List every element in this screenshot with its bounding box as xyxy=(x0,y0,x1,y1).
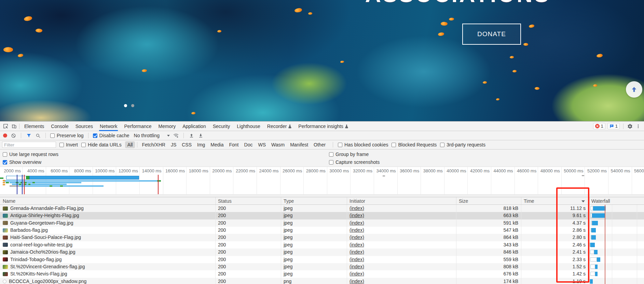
invert-checkbox[interactable]: Invert xyxy=(59,142,78,147)
inspect-element-icon[interactable] xyxy=(1,122,10,130)
table-row[interactable]: Jamaica-Ocho%20rios-flag.jpg200jpeg(inde… xyxy=(0,248,644,256)
divider xyxy=(45,133,46,138)
tab-label: Console xyxy=(51,124,68,129)
device-toolbar-icon[interactable] xyxy=(10,122,18,130)
tab-console[interactable]: Console xyxy=(47,122,72,131)
initiator-link[interactable]: (index) xyxy=(350,227,364,234)
tab-application[interactable]: Application xyxy=(179,122,209,131)
more-options-kebab-icon[interactable] xyxy=(635,123,641,129)
network-toolbar: Preserve log Disable cache No throttling xyxy=(0,131,644,140)
tab-sources[interactable]: Sources xyxy=(72,122,96,131)
waterfall-waiting-bar xyxy=(590,265,595,269)
column-header-initiator[interactable]: Initiator xyxy=(350,198,365,204)
sort-descending-icon[interactable] xyxy=(581,200,585,202)
initiator-link[interactable]: (index) xyxy=(350,234,364,241)
use-large-request-rows-checkbox[interactable]: Use large request rows xyxy=(3,152,58,157)
filter-type-other[interactable]: Other xyxy=(311,141,328,148)
initiator-link[interactable]: (index) xyxy=(350,278,364,284)
filter-type-css[interactable]: CSS xyxy=(179,141,194,148)
filter-type-js[interactable]: JS xyxy=(168,141,179,148)
network-overview-timeline[interactable]: 2000 ms4000 ms6000 ms8000 ms10000 ms1200… xyxy=(0,167,644,195)
settings-gear-icon[interactable] xyxy=(627,123,633,129)
table-row[interactable]: Guyana-Georgetown-Flag.jpg200jpeg(index)… xyxy=(0,219,644,227)
record-network-log-button[interactable] xyxy=(3,133,7,138)
filter-input[interactable] xyxy=(2,142,56,148)
column-header-waterfall[interactable]: Waterfall xyxy=(591,198,610,204)
time-cell: 2.33 s xyxy=(521,256,586,263)
filter-type-manifest[interactable]: Manifest xyxy=(288,141,311,148)
initiator-link[interactable]: (index) xyxy=(350,205,364,212)
table-row[interactable]: BCOCCA_Logo2000px_shadow.png200png(index… xyxy=(0,278,644,284)
preserve-log-checkbox[interactable]: Preserve log xyxy=(50,133,84,138)
show-overview-checkbox[interactable]: Show overview xyxy=(3,159,41,165)
third-party-requests-checkbox[interactable]: 3rd-party requests xyxy=(440,142,485,147)
load-event-marker xyxy=(158,175,159,194)
group-by-frame-checkbox[interactable]: Group by frame xyxy=(329,152,369,157)
filter-type-ws[interactable]: WS xyxy=(256,141,268,148)
tab-security[interactable]: Security xyxy=(209,122,234,131)
initiator-link[interactable]: (index) xyxy=(350,263,364,270)
initiator-link[interactable]: (index) xyxy=(350,248,364,256)
filter-type-fetch-xhr[interactable]: Fetch/XHR xyxy=(139,141,167,148)
tab-lighthouse[interactable]: Lighthouse xyxy=(233,122,264,131)
table-row[interactable]: Haiti-Sand-Souci-Palace-Flag.jpg200jpeg(… xyxy=(0,234,644,241)
table-row[interactable]: Antigua-Shirley-Heights-Flag.jpg200jpeg(… xyxy=(0,212,644,219)
filter-type-media[interactable]: Media xyxy=(208,141,226,148)
tab-recorder[interactable]: Recorder xyxy=(264,122,295,131)
filter-funnel-icon[interactable] xyxy=(26,132,32,139)
carousel-dot-active[interactable] xyxy=(124,104,127,107)
column-header-name[interactable]: Name xyxy=(3,198,15,204)
experiment-flask-icon xyxy=(345,124,348,128)
throttling-dropdown[interactable]: No throttling xyxy=(134,133,170,138)
disable-cache-checkbox[interactable]: Disable cache xyxy=(93,133,129,138)
search-icon[interactable] xyxy=(35,132,41,139)
table-row[interactable]: Barbados-flag.jpg200jpeg(index)547 kB2.8… xyxy=(0,227,644,234)
carousel-dot[interactable] xyxy=(131,104,134,107)
filter-type-font[interactable]: Font xyxy=(227,141,241,148)
initiator-link[interactable]: (index) xyxy=(350,256,364,263)
tab-performance[interactable]: Performance xyxy=(121,122,155,131)
size-cell: 547 kB xyxy=(456,227,518,234)
tab-network[interactable]: Network xyxy=(96,122,121,131)
column-header-type[interactable]: Type xyxy=(284,198,294,204)
table-row[interactable]: St.%20Vincent-Grenadines-flag.jpg200jpeg… xyxy=(0,263,644,270)
filter-type-all[interactable]: All xyxy=(125,141,135,148)
initiator-link[interactable]: (index) xyxy=(350,270,364,278)
devtools-tabs: ElementsConsoleSourcesNetworkPerformance… xyxy=(21,122,352,131)
table-row[interactable]: St.%20Kitts-Nevis-Flag.jpg200jpeg(index)… xyxy=(0,270,644,278)
tab-memory[interactable]: Memory xyxy=(155,122,179,131)
initiator-link[interactable]: (index) xyxy=(350,241,364,248)
filter-type-doc[interactable]: Doc xyxy=(242,141,255,148)
filter-type-img[interactable]: Img xyxy=(195,141,207,148)
scroll-to-top-button[interactable] xyxy=(626,81,642,98)
type-cell: jpeg xyxy=(284,256,292,263)
fish-icon xyxy=(18,54,24,57)
table-row[interactable]: corral-reef-logo-white-test.jpg200jpeg(i… xyxy=(0,241,644,248)
table-row[interactable]: Trinidad-Tobago-flag.jpg200jpeg(index)55… xyxy=(0,256,644,263)
initiator-link[interactable]: (index) xyxy=(350,212,364,219)
hide-data-urls-checkbox[interactable]: Hide data URLs xyxy=(81,142,122,147)
capture-screenshots-checkbox[interactable]: Capture screenshots xyxy=(329,159,380,165)
table-row[interactable]: Grenada-Annandale-Falls-Flag.jpg200jpeg(… xyxy=(0,205,644,212)
column-header-status[interactable]: Status xyxy=(218,198,232,204)
column-header-time[interactable]: Time xyxy=(524,198,534,204)
export-har-icon[interactable] xyxy=(197,132,204,139)
donate-button[interactable]: DONATE xyxy=(462,24,521,45)
blocked-requests-checkbox[interactable]: Blocked Requests xyxy=(392,142,437,147)
tab-performance-insights[interactable]: Performance insights xyxy=(295,122,352,131)
console-errors-badge[interactable]: 1 xyxy=(593,123,605,129)
tab-elements[interactable]: Elements xyxy=(21,122,47,131)
throttling-value: No throttling xyxy=(134,133,160,138)
network-conditions-icon[interactable] xyxy=(173,132,179,139)
column-header-size[interactable]: Size xyxy=(459,198,468,204)
time-cell: 9.61 s xyxy=(521,212,586,219)
import-har-icon[interactable] xyxy=(188,132,194,139)
clear-network-log-icon[interactable] xyxy=(10,132,16,139)
has-blocked-cookies-checkbox[interactable]: Has blocked cookies xyxy=(338,142,388,147)
panel-splitter[interactable] xyxy=(0,195,644,197)
error-icon xyxy=(595,124,600,128)
filter-type-wasm[interactable]: Wasm xyxy=(269,141,287,148)
issues-badge[interactable]: 1 xyxy=(607,123,620,129)
time-cell: 2.46 s xyxy=(521,241,586,248)
initiator-link[interactable]: (index) xyxy=(350,219,364,227)
